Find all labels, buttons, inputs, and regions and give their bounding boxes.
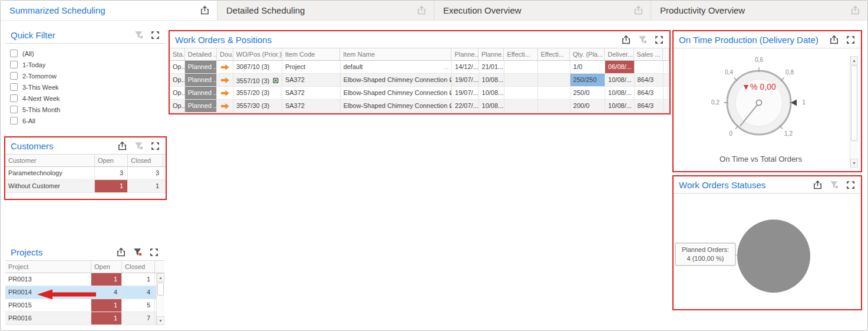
maximize-icon[interactable] [654,35,664,45]
checkbox[interactable] [10,83,18,91]
checkbox[interactable] [10,117,18,124]
column-header-open[interactable]: Open [95,155,128,166]
wo-pos: 3557/30 (3) [233,100,282,112]
filler-cell [664,87,669,99]
quick-filter-list: (All) 1-Today 2-Tomorrow 3-This Week 4-N… [5,44,166,126]
table-row[interactable]: Op... Planned ... 3557/30 (3) SA372 Elbo… [170,100,669,113]
filter-option-next-week[interactable]: 4-Next Week [10,93,166,104]
maximize-icon[interactable] [150,141,160,151]
checkbox[interactable] [10,50,18,57]
filter-option-this-month[interactable]: 5-This Month [10,104,166,115]
scroll-down-button[interactable]: ▼ [157,316,164,325]
column-header-customer[interactable]: Customer [5,155,95,166]
orange-right-arrow-icon [220,64,230,71]
checkbox[interactable] [10,106,18,113]
table-row[interactable]: Op... Planned ... 3087/10 (3) Project de… [170,61,669,74]
filter-option-all[interactable]: (All) [10,48,166,59]
tab-summarized-scheduling[interactable]: Summarized Scheduling [1,1,217,20]
checkbox[interactable] [10,94,18,102]
filter-option-label: 4-Next Week [22,95,60,102]
table-row[interactable]: PR0015 1 5 [5,299,164,312]
table-row[interactable]: Without Customer 1 1 [5,180,166,193]
tab-execution-overview[interactable]: Execution Overview [434,1,651,20]
open-count: 3 [95,167,128,179]
export-icon[interactable] [621,35,631,45]
table-row[interactable]: Parametechnology 3 3 [5,167,166,180]
panel-title: Quick Filter [11,30,55,40]
table-row[interactable]: PR0016 1 7 [5,312,164,325]
column-header-deliver[interactable]: Deliver... [605,48,633,60]
column-header-open[interactable]: Open [91,261,122,273]
pie-slice-planned-orders[interactable] [737,219,810,293]
column-header-item-code[interactable]: Item Code [282,48,341,60]
filter-option-today[interactable]: 1-Today [10,59,166,70]
status: Op... [170,61,185,73]
column-header-planned-end[interactable]: Planne... [478,48,504,60]
scroll-up-button[interactable]: ▲ [157,273,164,282]
green-status-icon [273,76,279,85]
clear-filter-icon[interactable] [829,180,839,190]
clear-filter-active-icon[interactable] [133,247,143,257]
maximize-icon[interactable] [846,180,856,190]
qty-planned: 250/0 [570,87,605,99]
column-header-project[interactable]: Project [5,261,91,273]
item-name: default... [341,61,452,73]
filter-option-6-all[interactable]: 6-All [10,115,166,126]
export-icon[interactable] [417,5,427,15]
sales-order: 864/3 [635,100,664,112]
effective-end [538,74,570,86]
item-name: Elbow-Shaped Chimney Connection Ø80... [341,100,452,112]
clear-filter-icon[interactable] [134,30,144,40]
table-row[interactable]: Op... Planned ... 3557/20 (3) SA372 Elbo… [170,87,669,100]
maximize-icon[interactable] [150,30,160,40]
column-header-dou[interactable]: Dou... [217,48,233,60]
column-header-closed[interactable]: Closed [128,155,163,166]
column-header-qty[interactable]: Qty. (Pla... [570,48,605,60]
detailed-status-badge: Planned ... [185,100,217,112]
scroll-up-button[interactable]: ▲ [850,56,858,65]
filter-option-tomorrow[interactable]: 2-Tomorrow [10,70,166,81]
column-header-planned-start[interactable]: Planne... [451,48,478,60]
project-name: PR0013 [5,273,91,286]
table-row[interactable]: Op... Planned ... 3557/10 (3) SA372 Elbo… [170,74,669,87]
scroll-down-button[interactable]: ▼ [850,159,858,168]
table-row-selected[interactable]: PR0014 4 4 [5,286,164,299]
column-header-wopos[interactable]: WO/Pos (Prior.) [233,48,282,60]
maximize-icon[interactable] [846,35,856,45]
column-header-closed[interactable]: Closed [122,261,155,273]
tab-productivity-overview[interactable]: Productivity Overview [651,1,867,20]
filter-option-this-week[interactable]: 3-This Week [10,81,166,93]
export-icon[interactable] [813,180,823,190]
scrollbar-thumb[interactable] [851,65,857,141]
tab-detailed-scheduling[interactable]: Detailed Scheduling [217,1,434,20]
column-header-status[interactable]: Sta... [170,48,185,60]
column-header-detailed[interactable]: Detailed ... [185,48,217,60]
scrollbar-thumb[interactable] [157,283,164,296]
wo-pos-text: 3557/10 (3) [236,77,269,84]
export-icon[interactable] [850,5,860,15]
column-header-sales[interactable]: Sales ... [634,48,663,60]
filler-cell [664,74,669,86]
column-header-effective-end[interactable]: Effecti... [538,48,570,60]
effective-start [504,74,538,86]
export-icon[interactable] [633,5,643,15]
clear-filter-icon[interactable] [134,141,144,151]
clear-filter-icon[interactable] [638,35,648,45]
column-header-effective-start[interactable]: Effecti... [504,48,537,60]
export-icon[interactable] [116,247,126,257]
export-icon[interactable] [829,35,839,45]
column-header-item-name[interactable]: Item Name [340,48,451,60]
vertical-scrollbar[interactable]: ▲ ▼ [850,56,858,168]
checkbox[interactable] [10,61,18,68]
checkbox[interactable] [10,72,18,80]
planned-start: 22/07/... [452,100,479,112]
export-icon[interactable] [117,141,127,151]
table-row[interactable]: PR0013 1 1 [5,273,164,286]
dashboard-screen: Summarized Scheduling Detailed Schedulin… [0,0,868,331]
maximize-icon[interactable] [149,247,159,257]
work-orders-panel: Work Orders & Positions Sta... Detailed … [169,30,671,114]
callout-line2: 4 (100,00 %) [687,255,724,262]
vertical-scrollbar[interactable]: ▲ ▼ [156,273,164,325]
export-icon[interactable] [200,5,210,15]
item-name-text: default [344,63,363,73]
